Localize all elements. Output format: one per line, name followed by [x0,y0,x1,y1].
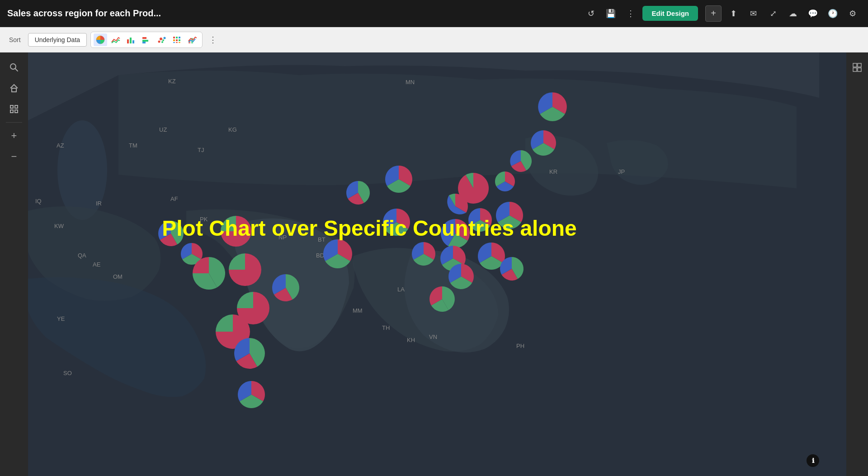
svg-rect-20 [179,42,180,43]
pie-marker-19[interactable] [412,242,435,266]
sort-button[interactable]: Sort [5,34,24,45]
svg-rect-6 [142,42,146,43]
svg-rect-18 [173,42,175,43]
svg-rect-4 [142,37,146,39]
cloud-icon[interactable]: ☁ [785,5,801,22]
upload-icon[interactable]: ⬆ [725,5,741,22]
svg-rect-5 [142,40,148,42]
bar-chart-type-button[interactable] [124,33,138,46]
svg-point-11 [161,41,163,43]
pie-marker-15[interactable] [229,253,261,286]
pie-marker-26[interactable] [429,286,455,312]
sidebar-divider [6,122,22,123]
more-icon[interactable]: ⋮ [623,5,639,22]
pie-marker-24[interactable] [448,264,474,289]
add-button[interactable]: + [705,5,722,22]
pie-marker-22[interactable] [500,257,524,281]
zoom-in-button[interactable]: + [5,126,24,145]
pie-marker-28[interactable] [234,338,265,369]
pie-marker-16[interactable] [193,257,225,290]
svg-point-7 [158,40,160,43]
settings-icon[interactable]: ⚙ [844,5,861,22]
svg-rect-30 [853,63,857,67]
expand-icon-button[interactable] [5,100,24,119]
svg-rect-15 [173,39,175,41]
svg-rect-31 [858,63,861,67]
share-icon[interactable]: ⤢ [765,5,781,22]
svg-rect-2 [130,38,132,43]
search-icon-button[interactable] [5,58,24,77]
pie-marker-14[interactable] [323,239,352,268]
pie-marker-4[interactable] [385,166,412,193]
svg-point-9 [162,39,164,41]
pie-marker-5[interactable] [346,181,370,205]
pie-marker-7[interactable] [495,171,515,191]
pie-marker-23[interactable] [272,274,299,301]
svg-rect-16 [176,39,178,41]
overlay-text: Plot Chart over Specific Countries alone [162,216,577,240]
map-area: KZ MN UZ KG TJ TM AZ KP KR JP AF IQ IR P… [28,52,846,476]
page-title: Sales across region for each Prod... [7,8,583,19]
save-icon[interactable]: 💾 [603,5,619,22]
info-button[interactable]: ℹ [807,454,819,467]
chart-type-group [90,32,203,48]
svg-line-24 [15,69,18,71]
underlying-data-button[interactable]: Underlying Data [28,33,87,47]
zoom-out-button[interactable]: − [5,147,24,166]
mail-icon[interactable]: ✉ [745,5,761,22]
svg-rect-25 [12,88,16,92]
clock-icon[interactable]: 🕐 [825,5,841,22]
pie-chart-type-button[interactable] [94,33,107,46]
pie-marker-29[interactable] [238,381,265,408]
header: Sales across region for each Prod... ↺ 💾… [0,0,868,27]
svg-rect-36 [28,52,846,476]
svg-rect-14 [179,37,180,38]
svg-rect-33 [858,68,861,71]
svg-point-10 [164,37,166,39]
comment-icon[interactable]: 💬 [805,5,821,22]
svg-rect-12 [173,37,175,38]
svg-rect-26 [10,105,13,108]
bar-horizontal-type-button[interactable] [140,33,153,46]
home-icon-button[interactable] [5,79,24,98]
right-sidebar [846,52,868,476]
scatter-chart-type-button[interactable] [155,33,169,46]
svg-rect-3 [132,40,134,43]
table-view-button[interactable] [848,58,867,77]
line-chart-type-button[interactable] [109,33,123,46]
svg-rect-17 [179,39,180,41]
mixed-chart-type-button[interactable] [186,33,199,46]
pie-marker-2[interactable] [531,130,556,156]
header-controls: ↺ 💾 ⋮ Edit Design + ⬆ ✉ ⤢ ☁ 💬 🕐 ⚙ [583,5,861,22]
pie-marker-1[interactable] [538,92,567,121]
refresh-icon[interactable]: ↺ [583,5,599,22]
svg-rect-27 [15,105,18,108]
edit-design-button[interactable]: Edit Design [642,6,698,21]
svg-point-8 [160,38,162,40]
toolbar-more-button[interactable]: ⋮ [206,33,220,47]
svg-rect-28 [10,110,13,113]
svg-rect-13 [176,37,178,38]
svg-rect-29 [15,110,18,113]
grid-chart-type-button[interactable] [170,33,184,46]
left-sidebar: + − [0,52,28,476]
map-svg: KZ MN UZ KG TJ TM AZ KP KR JP AF IQ IR P… [28,52,846,476]
pie-marker-3[interactable] [510,150,532,172]
svg-rect-19 [176,42,178,43]
svg-rect-1 [127,39,129,43]
toolbar: Sort Underlying Data [0,27,868,52]
svg-rect-32 [853,68,857,71]
